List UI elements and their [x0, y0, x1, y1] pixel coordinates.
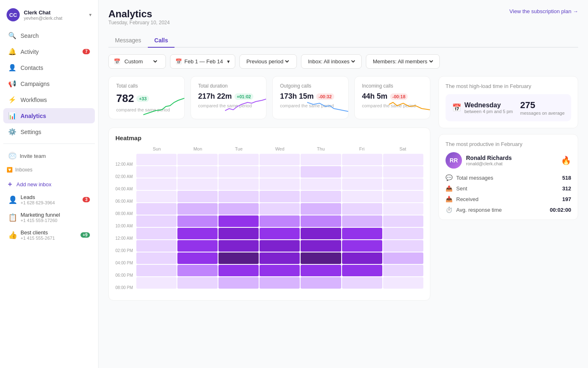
leads-badge: 3 — [83, 197, 90, 202]
sidebar-item-label: Workflows — [21, 97, 47, 103]
period-filter[interactable]: 📅 Custom Today Last 7 days — [108, 54, 166, 69]
comparison-select[interactable]: Previous period Previous month — [245, 58, 290, 65]
heatmap-cell — [260, 178, 300, 190]
heatmap-cell — [301, 265, 341, 276]
heatmap-cell — [218, 240, 259, 252]
inboxes-label: 🔽 Inboxes — [7, 167, 92, 173]
analytics-right: The most high-load time in February 📅 We… — [430, 76, 578, 301]
add-inbox-button[interactable]: ＋ Add new inbox — [0, 178, 98, 191]
heatmap-cell — [177, 203, 218, 215]
heatmap-section: Heatmap 12:00 AM 02:00 AM 04:00 AM 06:00… — [108, 127, 430, 301]
sidebar-item-activity[interactable]: 🔔 Activity 7 — [3, 44, 95, 59]
sidebar-item-settings[interactable]: ⚙️ Settings — [3, 124, 95, 139]
heatmap-cell — [260, 154, 300, 165]
sidebar-header[interactable]: CC Clerk Chat yevhen@clerk.chat ▾ — [0, 5, 98, 28]
stat-total-calls-chart — [143, 94, 184, 119]
date-range-filter[interactable]: 📅 Feb 1 — Feb 14 ▾ — [170, 54, 235, 69]
heatmap-cell — [301, 277, 341, 289]
highlight-count: 275 — [520, 100, 565, 111]
members-filter[interactable]: Members: All members — [366, 54, 440, 69]
heatmap-cell — [260, 228, 300, 239]
app-avatar: CC — [7, 8, 20, 21]
bestclients-name: Best clients — [21, 229, 77, 236]
heatmap-cell — [136, 277, 177, 289]
heatmap-cell — [383, 277, 423, 289]
heatmap-cell — [218, 277, 259, 289]
view-plan-link[interactable]: View the subscription plan → — [510, 8, 578, 14]
heatmap-cell — [136, 178, 177, 190]
settings-icon: ⚙️ — [8, 128, 16, 136]
comparison-filter[interactable]: Previous period Previous month — [239, 54, 297, 69]
productive-email: ronald@clerk.chat — [466, 161, 512, 166]
sidebar-item-contacts[interactable]: 👤 Contacts — [3, 60, 95, 75]
highlight-day-sub: between 4 pm and 5 pm — [464, 109, 513, 114]
high-load-card: The most high-load time in February 📅 We… — [439, 76, 578, 128]
sidebar-nav: 🔍 Search 🔔 Activity 7 👤 Contacts 📢 Campa… — [0, 28, 98, 139]
highlight-day-name: Wednesday — [464, 102, 513, 109]
stat-total-duration-chart — [225, 94, 266, 119]
stat-outgoing-calls-chart — [307, 94, 348, 119]
activity-badge: 7 — [83, 49, 90, 54]
app-name: Clerk Chat — [24, 9, 85, 16]
inbox-item-bestclients[interactable]: 👍 Best clients +1 415 555-2671 +9 — [3, 227, 95, 243]
content-left: Total calls 782 +33 compared the same pe… — [108, 76, 430, 301]
highlight-count-block: 275 messages on average — [520, 100, 565, 116]
heatmap-cell — [177, 228, 218, 239]
response-label: Avg. response time — [456, 207, 547, 213]
heatmap-cell — [383, 191, 423, 202]
productive-stat-sent: 📤 Sent 312 — [446, 185, 571, 192]
heatmap-cell — [383, 166, 423, 178]
date-range-value: Feb 1 — Feb 14 — [184, 58, 223, 65]
heatmap-time-labels: 12:00 AM 02:00 AM 04:00 AM 06:00 AM 08:0… — [115, 146, 136, 294]
inbox-list: 👤 Leads +1 628 629-3964 3 📋 Marketing fu… — [0, 191, 98, 243]
content-area: Total calls 782 +33 compared the same pe… — [108, 76, 578, 301]
heatmap-layout: 12:00 AM 02:00 AM 04:00 AM 06:00 AM 08:0… — [115, 146, 423, 294]
heatmap-cell — [383, 154, 423, 165]
main-content: Analytics Tuesday, February 10, 2024 Vie… — [99, 0, 588, 368]
heatmap-cell — [383, 203, 423, 215]
sidebar-item-campaigns[interactable]: 📢 Campaigns — [3, 76, 95, 91]
heatmap-cell — [342, 203, 382, 215]
inbox-item-leads[interactable]: 👤 Leads +1 628 629-3964 3 — [3, 191, 95, 208]
sidebar-item-label: Activity — [21, 49, 39, 55]
members-select[interactable]: Members: All members — [371, 58, 434, 65]
heatmap-cell — [383, 240, 423, 252]
leads-info: Leads +1 628 629-3964 — [21, 194, 79, 205]
heatmap-cell — [177, 215, 218, 227]
high-load-title: The most high-load time in February — [446, 83, 571, 89]
heatmap-cell — [260, 191, 300, 202]
tab-messages[interactable]: Messages — [108, 34, 148, 48]
tab-calls[interactable]: Calls — [148, 34, 175, 48]
heatmap-cell — [301, 178, 341, 190]
heatmap-cell — [177, 191, 218, 202]
bestclients-phone: +1 415 555-2671 — [21, 236, 77, 241]
heatmap-cell — [260, 252, 300, 264]
heatmap-cell — [218, 265, 259, 276]
heatmap-cell — [177, 166, 218, 178]
heatmap-title: Heatmap — [115, 134, 423, 141]
inbox-filter[interactable]: Inbox: All inboxes Leads Marketing funne… — [301, 54, 362, 69]
sidebar-item-label: Analytics — [21, 113, 46, 119]
stat-incoming-calls-label: Incoming calls — [362, 83, 423, 89]
sidebar-item-label: Settings — [21, 129, 41, 135]
sidebar-item-search[interactable]: 🔍 Search — [3, 28, 95, 43]
heatmap-cell — [301, 191, 341, 202]
heatmap-cell — [177, 252, 218, 264]
sidebar-item-label: Search — [21, 32, 39, 39]
calendar-icon: 📅 — [452, 103, 461, 112]
invite-team-button[interactable]: ✉️ Invite team — [0, 148, 98, 164]
marketing-icon: 📋 — [8, 213, 17, 222]
analytics-icon: 📊 — [8, 112, 16, 120]
productive-stat-total: 💬 Total messages 518 — [446, 174, 571, 181]
highlight-card: 📅 Wednesday between 4 pm and 5 pm 275 me… — [446, 94, 571, 121]
sidebar-item-workflows[interactable]: ⚡ Workflows — [3, 92, 95, 107]
inbox-item-marketing[interactable]: 📋 Marketing funnel +1 415 559-17260 — [3, 209, 95, 226]
heatmap-cell — [260, 277, 300, 289]
inbox-select[interactable]: Inbox: All inboxes Leads Marketing funne… — [306, 58, 356, 65]
clock-icon: ⏱️ — [446, 206, 453, 213]
heatmap-cell — [342, 215, 382, 227]
heatmap-grid-wrap: Sun Mon Tue Wed Thu Fri Sat — [136, 146, 423, 294]
period-select[interactable]: Custom Today Last 7 days — [123, 58, 158, 65]
campaigns-icon: 📢 — [8, 80, 16, 88]
sidebar-item-analytics[interactable]: 📊 Analytics — [3, 108, 95, 123]
